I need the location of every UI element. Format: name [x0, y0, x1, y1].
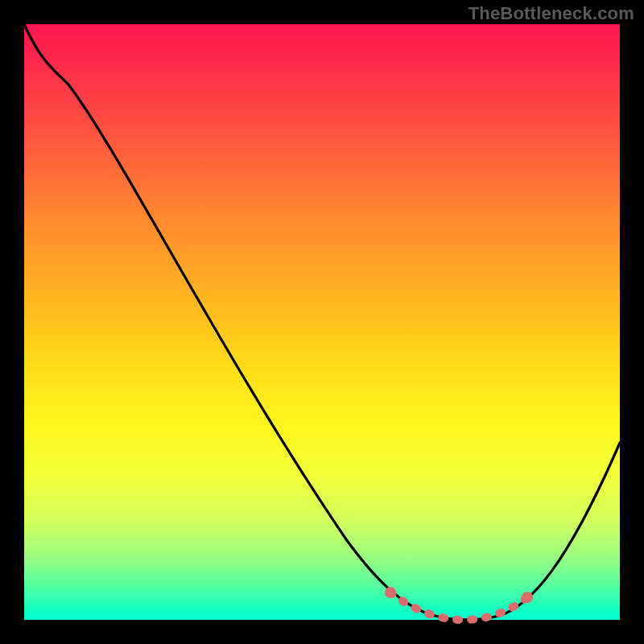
plot-area — [24, 24, 620, 620]
bottleneck-curve-path — [24, 24, 620, 620]
chart-frame: TheBottleneck.com — [0, 0, 644, 644]
optimal-start-marker — [385, 587, 396, 598]
curve-layer — [24, 24, 620, 620]
watermark-text: TheBottleneck.com — [469, 3, 634, 24]
optimal-end-marker — [522, 592, 533, 603]
